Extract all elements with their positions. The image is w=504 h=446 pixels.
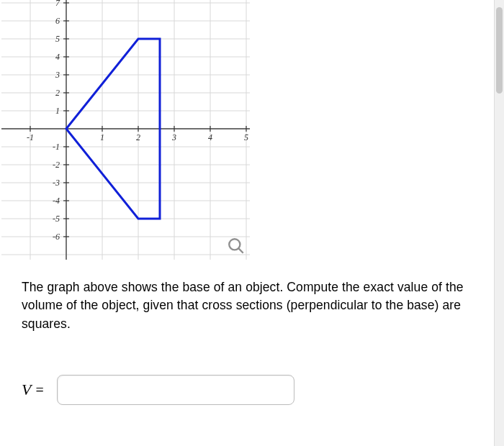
svg-text:-1: -1 <box>53 142 60 152</box>
svg-text:1: 1 <box>55 106 60 116</box>
graph-panel: -6-5-4-3-2-11234567-112345 <box>1 0 250 260</box>
scrollbar-thumb[interactable] <box>496 7 503 94</box>
svg-text:3: 3 <box>55 70 60 80</box>
problem-text: The graph above shows the base of an obj… <box>22 278 468 333</box>
svg-text:-4: -4 <box>53 196 60 206</box>
svg-text:-3: -3 <box>53 178 60 188</box>
svg-point-63 <box>229 239 240 250</box>
svg-text:5: 5 <box>244 132 248 142</box>
equals-sign: = <box>35 382 43 399</box>
svg-text:4: 4 <box>55 52 60 62</box>
svg-line-64 <box>238 248 243 252</box>
answer-label: V = <box>22 381 44 399</box>
svg-text:-1: -1 <box>27 132 34 142</box>
svg-text:5: 5 <box>55 34 60 44</box>
volume-input[interactable] <box>57 375 294 405</box>
svg-text:2: 2 <box>136 132 140 142</box>
vertical-scrollbar[interactable] <box>494 0 504 446</box>
svg-text:7: 7 <box>55 0 60 8</box>
zoom-icon[interactable] <box>227 237 246 255</box>
svg-text:1: 1 <box>100 132 104 142</box>
svg-text:-5: -5 <box>53 214 60 224</box>
svg-text:-6: -6 <box>53 232 60 242</box>
variable-name: V <box>22 381 31 399</box>
svg-text:2: 2 <box>55 88 60 98</box>
coordinate-grid: -6-5-4-3-2-11234567-112345 <box>1 0 250 260</box>
answer-row: V = <box>22 375 482 405</box>
svg-text:-2: -2 <box>53 160 60 170</box>
svg-text:3: 3 <box>171 132 176 142</box>
svg-text:4: 4 <box>208 132 212 142</box>
svg-text:6: 6 <box>55 16 60 26</box>
